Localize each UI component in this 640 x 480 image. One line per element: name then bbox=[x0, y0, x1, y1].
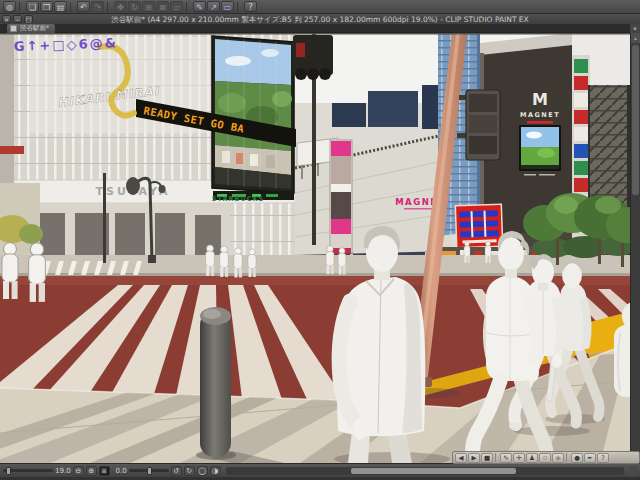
clip-studio-paint-window: ◍❏❒▤↶↷✥↻⊞⊠▱✎↗▭? ×−□ 渋谷駅前* (A4 297.00 x 2… bbox=[0, 0, 640, 480]
save-file-icon[interactable]: ▤ bbox=[54, 1, 67, 12]
snap-ruler-icon[interactable]: ✎ bbox=[193, 1, 206, 12]
pose-button[interactable]: ♟ bbox=[526, 453, 538, 463]
rotate-ccw-icon[interactable]: ↺ bbox=[171, 466, 182, 476]
toolbar-separator bbox=[70, 2, 74, 12]
snap-grid-icon[interactable]: ▭ bbox=[221, 1, 234, 12]
red-billboard bbox=[455, 204, 502, 248]
toolbar-separator bbox=[237, 2, 241, 12]
scroll-up-icon[interactable]: ▴ bbox=[631, 33, 640, 43]
zoom-slider-knob[interactable] bbox=[6, 467, 11, 475]
zoom-in-icon[interactable]: ⊕ bbox=[86, 466, 97, 476]
clip-studio-logo-icon[interactable]: ◍ bbox=[3, 1, 16, 12]
sign-starbucks: STARBUCKS bbox=[212, 195, 264, 203]
canvas-top-edge bbox=[0, 33, 630, 35]
tower-screen bbox=[519, 125, 561, 171]
toolbar-separator bbox=[495, 453, 498, 462]
magnet-logo-m: M bbox=[532, 90, 548, 109]
toolbar-separator bbox=[566, 453, 569, 462]
rotation-value: 0.0 bbox=[112, 467, 127, 475]
fit-screen-button[interactable]: ▣ bbox=[99, 466, 110, 476]
canvas-viewport[interactable]: TSUTAYA bbox=[0, 33, 630, 463]
flip-horizontal-icon[interactable]: ◑ bbox=[210, 466, 221, 476]
open-file-icon[interactable]: ❒ bbox=[40, 1, 53, 12]
camera-move-button[interactable]: ✛ bbox=[513, 453, 525, 463]
object-launcher: ◀▶■✎✛♟⊙◉●✒? bbox=[452, 451, 640, 464]
canvas-thumbnail-icon bbox=[10, 25, 17, 32]
prev-object-button[interactable]: ◀ bbox=[455, 453, 467, 463]
reset-rotation-icon[interactable]: ◯ bbox=[197, 466, 208, 476]
3d-scene: TSUTAYA bbox=[0, 33, 630, 463]
zoom-value: 19.0 bbox=[55, 467, 71, 475]
camera-orbit-button[interactable]: ⊙ bbox=[539, 453, 551, 463]
zoom-slider[interactable] bbox=[3, 469, 53, 472]
magnet-banner bbox=[330, 140, 352, 260]
rotation-slider[interactable] bbox=[129, 469, 169, 472]
material-sphere-button[interactable]: ● bbox=[571, 453, 583, 463]
new-file-icon[interactable]: ❏ bbox=[26, 1, 39, 12]
big-screen bbox=[212, 36, 294, 193]
launcher-options-button[interactable]: ? bbox=[597, 453, 609, 463]
selection-icon[interactable]: ▱ bbox=[170, 1, 183, 12]
rotate-tool-icon[interactable]: ↻ bbox=[128, 1, 141, 12]
tab-label: 渋谷駅前* bbox=[20, 24, 49, 33]
vertical-scrollbar[interactable]: ▴ ▾ bbox=[630, 33, 640, 463]
toolbar-separator bbox=[186, 2, 190, 12]
zoom-out-icon[interactable]: ⊖ bbox=[73, 466, 84, 476]
canvas-tab-bar: 渋谷駅前* bbox=[0, 24, 640, 33]
camera-pan-button[interactable]: ◉ bbox=[552, 453, 564, 463]
building-qfront: TSUTAYA bbox=[0, 33, 296, 261]
stop-button[interactable]: ■ bbox=[481, 453, 493, 463]
title-bar: ×−□ 渋谷駅前* (A4 297.00 x 210.00mm 製本サイズ:B5… bbox=[0, 14, 640, 24]
canvas-bottom-bar: 19.0 ⊖⊕▣ 0.0 ↺↻◯◑ bbox=[0, 463, 640, 477]
main-toolbar: ◍❏❒▤↶↷✥↻⊞⊠▱✎↗▭? bbox=[0, 0, 640, 14]
scrollbar-corner bbox=[629, 466, 637, 476]
vertical-scroll-thumb[interactable] bbox=[632, 45, 639, 195]
magnet-logo-name: MAGNET bbox=[520, 111, 560, 119]
tab-shibuya-ekimae[interactable]: 渋谷駅前* bbox=[7, 24, 55, 33]
rotate-buttons: ↺↻◯◑ bbox=[171, 466, 221, 476]
object-tool-button[interactable]: ✎ bbox=[500, 453, 512, 463]
horizontal-scrollbar[interactable] bbox=[226, 467, 624, 475]
snap-curve-icon[interactable]: ↗ bbox=[207, 1, 220, 12]
redo-icon[interactable]: ↷ bbox=[91, 1, 104, 12]
mesh-transform-icon[interactable]: ⊠ bbox=[156, 1, 169, 12]
help-icon[interactable]: ? bbox=[244, 1, 257, 12]
toolbar-separator bbox=[19, 2, 23, 12]
move-tool-icon[interactable]: ✥ bbox=[114, 1, 127, 12]
undo-icon[interactable]: ↶ bbox=[77, 1, 90, 12]
next-object-button[interactable]: ▶ bbox=[468, 453, 480, 463]
rotation-slider-knob[interactable] bbox=[147, 467, 152, 475]
scale-tool-icon[interactable]: ⊞ bbox=[142, 1, 155, 12]
zoom-buttons: ⊖⊕▣ bbox=[73, 466, 110, 476]
toolbar-separator bbox=[107, 2, 111, 12]
rotate-cw-icon[interactable]: ↻ bbox=[184, 466, 195, 476]
tab-list-button[interactable]: ▪ bbox=[630, 24, 640, 33]
horizontal-scroll-thumb[interactable] bbox=[351, 468, 516, 474]
pen-button[interactable]: ✒ bbox=[584, 453, 596, 463]
